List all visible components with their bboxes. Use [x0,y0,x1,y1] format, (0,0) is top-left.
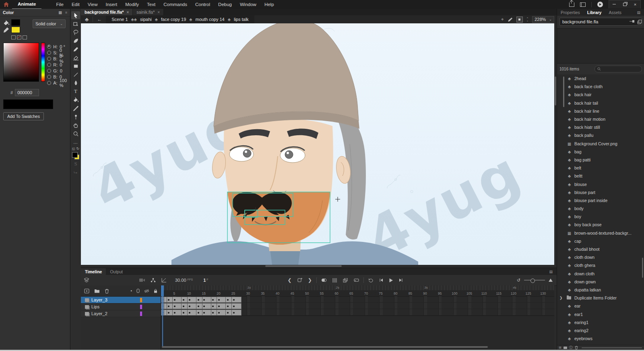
line-tool[interactable] [71,70,80,78]
fill-color-swatch[interactable] [11,19,20,26]
reset-timeline-zoom-icon[interactable]: ↺ [517,278,520,283]
library-item-row[interactable]: ❯ back hair tail [557,99,644,107]
library-item-row[interactable]: ❯ cap [557,237,644,245]
highlight-column-icon[interactable]: • [130,289,132,293]
panel-menu-icon[interactable]: ▤ [637,10,643,14]
saturation-brightness-picker[interactable] [3,43,39,82]
layer-color-chip[interactable] [140,312,142,316]
library-item-row[interactable]: ❯ back hiatr still [557,123,644,131]
library-item-row[interactable]: ❯ body [557,204,644,213]
delete-item-icon[interactable] [575,346,578,349]
library-scrollbar-thumb[interactable] [642,258,643,278]
color-field-radio[interactable] [47,45,51,49]
breadcrumb-item[interactable]: Scene 1 [108,17,131,22]
menu-item[interactable]: Control [191,2,214,7]
color-field-radio[interactable] [47,57,51,61]
new-symbol-icon[interactable]: ⊞ [559,346,561,349]
library-item-row[interactable]: ❯ blouse part [557,188,644,196]
menu-item[interactable]: Text [143,2,159,7]
color-field-radio[interactable] [47,69,51,73]
stroke-pencil-icon[interactable] [3,27,9,33]
timeline-tab[interactable]: Output [106,268,127,275]
library-item-row[interactable]: ❯ boy [557,213,644,221]
library-item-row[interactable]: ❯ 2head [557,74,644,83]
menu-item[interactable]: Window [236,2,260,7]
rectangle-tool[interactable] [71,62,80,70]
free-transform-tool[interactable] [71,20,80,28]
library-item-row[interactable]: ❯ earing1 [557,318,644,326]
menu-item[interactable]: Debug [214,2,236,7]
document-tab[interactable]: background file.fla* × [81,9,133,15]
right-panel-tab[interactable]: Assets [605,10,625,15]
selection-tool[interactable] [71,11,80,19]
center-stage-icon[interactable]: ⌖ [501,17,504,22]
library-item-row[interactable]: ❯ back pallu [557,131,644,139]
library-item-row[interactable]: ❯ back hair [557,91,644,99]
stroke-color-swatch[interactable] [11,27,20,33]
hand-tool[interactable] [71,121,80,129]
layer-frame-row[interactable] [161,309,554,316]
fluid-brush-tool[interactable] [71,37,80,45]
timeline-zoom-max-icon[interactable] [549,279,553,282]
play-icon[interactable] [386,278,396,283]
library-item-row[interactable]: ❯ brown-wood-textured-backgr... [557,229,644,237]
right-panel-tab[interactable]: Library [584,10,605,15]
layer-row[interactable]: Layer_3 [81,297,161,304]
menu-item[interactable]: Edit [68,2,84,7]
layer-row[interactable]: Lips [81,304,161,310]
library-item-row[interactable]: ❯ down gown [557,278,644,286]
minimize-icon[interactable] [609,0,619,8]
layer-view-icon[interactable] [81,278,92,283]
stage-horizontal-scrollbar[interactable] [81,265,557,268]
text-tool[interactable]: T [71,87,80,95]
restore-icon[interactable] [619,0,630,8]
library-item-row[interactable]: ❯ beltt [557,172,644,180]
new-folder-icon[interactable] [94,289,100,293]
library-item-row[interactable]: ❯ cloth down [557,253,644,261]
library-item-row[interactable]: ❯ chudail bhoot [557,245,644,253]
playhead-line[interactable] [162,296,163,347]
stage-canvas[interactable]: 4yug 4yug [81,23,554,265]
home-icon[interactable] [0,2,12,7]
frame-rate[interactable]: 30.00FPS [169,278,193,283]
workspace-icon[interactable] [580,2,586,7]
library-item-row[interactable]: ❯ back hair motion [557,115,644,123]
right-panel-tab[interactable]: Properties [557,10,584,15]
layer-color-chip[interactable] [140,305,142,309]
library-item-row[interactable]: ❯ Background Cover.png [557,140,644,148]
test-movie-icon[interactable] [597,2,603,7]
close-tab-icon[interactable]: × [126,10,129,14]
close-icon[interactable]: × [630,0,640,8]
color-type-dropdown[interactable]: Solid color ⌄ [33,19,66,28]
hide-column-icon[interactable] [144,289,149,293]
default-colors-icon[interactable] [11,35,16,39]
frame-number-ruler[interactable]: 5101520253035404550556065707580859095100… [161,290,554,297]
step-forward-frame-icon[interactable] [396,278,406,282]
timeline-zoom-slider[interactable] [524,280,545,281]
layer-frame-row[interactable] [161,296,554,303]
close-tab-icon[interactable]: × [157,10,160,14]
new-layer-icon[interactable] [84,289,89,293]
zoom-stepper[interactable]: ⌃⌄ [526,17,528,21]
library-item-row[interactable]: ❯ bag [557,148,644,156]
library-search-input[interactable] [594,66,642,72]
timeline-panel-menu-icon[interactable]: ▤ [549,270,555,274]
panel-menu-icon[interactable]: ≡ [65,10,67,14]
library-item-row[interactable]: ❯ blouse [557,180,644,188]
library-horizontal-scrollbar[interactable] [582,347,642,348]
frames-pane[interactable]: 1s2s3s4s 5101520253035404550556065707580… [161,285,554,350]
library-item-row[interactable]: ❯ down cloth [557,270,644,278]
zoom-level-dropdown[interactable]: 228% ⌄ [532,16,554,23]
library-item-row[interactable]: ❯ eyebrows [557,334,644,343]
eyedropper-tool[interactable] [71,104,80,112]
snap-icon[interactable]: ◱ [72,147,75,151]
timeline-horizontal-scrollbar[interactable] [161,346,554,348]
breadcrumb-item[interactable]: sipahi [137,17,155,22]
menu-item[interactable]: File [52,2,68,7]
back-arrow-icon[interactable]: ← [93,17,106,22]
rotate-icon[interactable]: ↻ [76,147,80,151]
clip-content-icon[interactable] [516,17,523,23]
layer-color-chip[interactable] [140,298,142,302]
swap-colors-icon[interactable] [23,35,27,39]
add-to-swatches-button[interactable]: Add To Swatches [3,112,44,120]
